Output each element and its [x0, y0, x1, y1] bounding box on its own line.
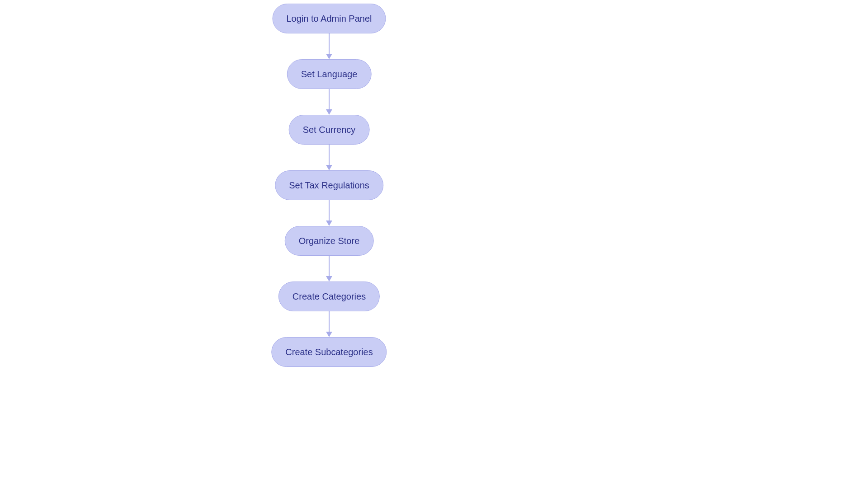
- arrowhead-icon: [326, 221, 332, 226]
- node-set-language: Set Language: [287, 59, 372, 89]
- arrowhead-icon: [326, 109, 332, 115]
- connector: [329, 200, 330, 221]
- node-label: Set Tax Regulations: [289, 180, 369, 191]
- connector: [329, 145, 330, 165]
- node-label: Set Language: [301, 69, 358, 80]
- node-label: Login to Admin Panel: [286, 14, 372, 24]
- node-label: Set Currency: [303, 125, 356, 135]
- node-set-currency: Set Currency: [289, 115, 370, 145]
- arrowhead-icon: [326, 332, 332, 337]
- node-login-admin-panel: Login to Admin Panel: [272, 4, 386, 33]
- node-set-tax-regulations: Set Tax Regulations: [275, 170, 383, 200]
- flowchart-canvas: Login to Admin Panel Set Language Set Cu…: [0, 0, 868, 488]
- arrowhead-icon: [326, 165, 332, 170]
- arrowhead-icon: [326, 54, 332, 59]
- node-organize-store: Organize Store: [285, 226, 374, 256]
- arrowhead-icon: [326, 276, 332, 282]
- connector: [329, 33, 330, 54]
- node-label: Create Categories: [292, 291, 366, 302]
- connector: [329, 256, 330, 276]
- node-create-subcategories: Create Subcategories: [271, 337, 387, 367]
- node-label: Create Subcategories: [285, 347, 373, 357]
- node-create-categories: Create Categories: [278, 282, 380, 311]
- connector: [329, 311, 330, 332]
- connector: [329, 89, 330, 109]
- node-label: Organize Store: [299, 236, 360, 246]
